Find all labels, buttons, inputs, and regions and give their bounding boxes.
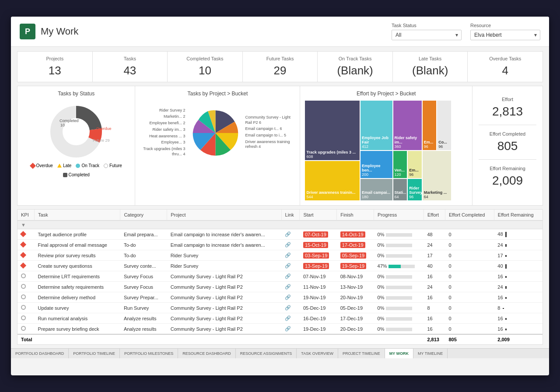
link-cell: 🔗 bbox=[281, 240, 300, 250]
effort-remaining-section: Effort Remaining 2,009 bbox=[479, 160, 536, 194]
task-cell: Determine LRT requirements bbox=[35, 271, 120, 282]
bottom-tab-7[interactable]: MY WORK bbox=[385, 349, 413, 358]
link-icon[interactable]: 🔗 bbox=[285, 242, 291, 247]
header-left: P My Work bbox=[20, 24, 78, 39]
col-task: Task bbox=[35, 210, 120, 220]
link-icon[interactable]: 🔗 bbox=[285, 263, 291, 268]
treemap-cell-12: Marketing ...64 bbox=[422, 150, 452, 201]
kpi-label-5: Late Tasks bbox=[398, 56, 462, 61]
donut-chart: Completed 10 Overdue 4 Future 29 bbox=[41, 100, 111, 161]
bottom-tab-2[interactable]: PORTFOLIO MILESTONES bbox=[120, 349, 178, 358]
start-cell: 07-Oct-19 bbox=[300, 229, 337, 240]
pie-container: Rider Survey 2Marketin... 2Employee bene… bbox=[140, 100, 295, 166]
bottom-tab-8[interactable]: MY TIMELINE bbox=[413, 349, 448, 358]
effort-completed-cell: 0 bbox=[445, 261, 494, 271]
task-cell: Update survey bbox=[35, 303, 120, 313]
project-cell: Community Survey - Light Rail P2 bbox=[167, 292, 281, 303]
category-cell: Run Survey bbox=[120, 303, 167, 313]
task-cell: Run numerical analysis bbox=[35, 313, 120, 324]
col-effort-remaining: Effort Remaining bbox=[494, 210, 542, 220]
pie-chart bbox=[189, 100, 242, 166]
task-cell: Target audience profile bbox=[35, 229, 120, 240]
effort-remaining-label: Effort Remaining bbox=[479, 166, 536, 171]
effort-remaining-cell: 16 bbox=[494, 292, 542, 303]
project-cell: Email campaign to increase rider's aware… bbox=[167, 229, 281, 240]
task-cell: Determine safety requirements bbox=[35, 282, 120, 292]
link-cell: 🔗 bbox=[281, 282, 300, 292]
progress-cell: 0% bbox=[374, 240, 424, 250]
link-icon[interactable]: 🔗 bbox=[285, 305, 291, 310]
table-header-row: KPI Task Category Project Link Start Fin… bbox=[18, 210, 542, 220]
kpi-row: Projects13Tasks43Completed Tasks10Future… bbox=[17, 51, 543, 82]
resource-select[interactable]: Elva Hebert bbox=[470, 30, 540, 40]
resource-select-wrapper[interactable]: Elva Hebert bbox=[470, 30, 540, 40]
col-category: Category bbox=[120, 210, 167, 220]
start-cell: 11-Nov-19 bbox=[300, 282, 337, 292]
col-progress: Progress bbox=[374, 210, 424, 220]
effort-completed-cell: 0 bbox=[445, 282, 494, 292]
link-cell: 🔗 bbox=[281, 303, 300, 313]
kpi-circle-icon bbox=[21, 305, 26, 310]
kpi-circle-icon bbox=[21, 326, 26, 331]
task-cell: Determine delivery method bbox=[35, 292, 120, 303]
progress-cell: 0% bbox=[374, 282, 424, 292]
project-cell: Community Survey - Light Rail P2 bbox=[167, 282, 281, 292]
effort-completed-cell: 0 bbox=[445, 240, 494, 250]
category-cell: Email prepara... bbox=[120, 229, 167, 240]
bottom-tab-6[interactable]: PROJECT TIMELINE bbox=[338, 349, 385, 358]
task-status-select-wrapper[interactable]: All bbox=[392, 30, 462, 40]
kpi-cell bbox=[18, 229, 35, 240]
link-cell: 🔗 bbox=[281, 229, 300, 240]
effort-bar-icon bbox=[505, 276, 507, 278]
task-cell: Final approval of email message bbox=[35, 240, 120, 250]
kpi-circle-icon bbox=[21, 273, 26, 278]
table-body: Target audience profileEmail prepara...E… bbox=[18, 229, 542, 335]
bottom-tab-5[interactable]: TASK OVERVIEW bbox=[297, 349, 338, 358]
bottom-tab-0[interactable]: PORTFOLIO DASHBOARD bbox=[11, 349, 69, 358]
category-cell: Analyze results bbox=[120, 313, 167, 324]
task-status-select[interactable]: All bbox=[392, 30, 462, 40]
table-row: Determine safety requirementsSurvey Focu… bbox=[18, 282, 542, 292]
link-icon[interactable]: 🔗 bbox=[285, 252, 291, 258]
task-status-label: Task Status bbox=[392, 23, 462, 28]
link-icon[interactable]: 🔗 bbox=[285, 294, 291, 300]
effort-cell: 24 bbox=[424, 240, 445, 250]
finish-cell: 17-Dec-19 bbox=[337, 313, 374, 324]
finish-cell: 08-Nov-19 bbox=[337, 271, 374, 282]
kpi-cell bbox=[18, 313, 35, 324]
resource-filter-group: Resource Elva Hebert bbox=[470, 23, 540, 40]
effort-bar-icon bbox=[505, 286, 507, 289]
table-row: Review prior survey resultsTo-doRider Su… bbox=[18, 250, 542, 261]
link-icon[interactable]: 🔗 bbox=[285, 231, 291, 237]
progress-bar bbox=[386, 328, 412, 331]
kpi-card-6: Overdue Tasks4 bbox=[468, 52, 542, 82]
totals-row: Total 2,813 805 2,009 bbox=[18, 334, 542, 344]
treemap-cell-0: Track upgrades (miles 3 ...608 bbox=[304, 100, 360, 161]
effort-completed-cell: 0 bbox=[445, 292, 494, 303]
bottom-tab-4[interactable]: RESOURCE ASSIGNMENTS bbox=[236, 349, 297, 358]
effort-bar-icon bbox=[505, 318, 507, 320]
kpi-label-3: Future Tasks bbox=[248, 56, 312, 61]
kpi-circle-icon bbox=[21, 315, 26, 320]
treemap-cell-3: Em...96 bbox=[422, 100, 437, 150]
link-icon[interactable]: 🔗 bbox=[285, 284, 291, 289]
effort-completed-cell: 0 bbox=[445, 303, 494, 313]
link-icon[interactable]: 🔗 bbox=[285, 273, 291, 279]
link-cell: 🔗 bbox=[281, 313, 300, 324]
pie-label-left: Rider safety im... 3 bbox=[140, 127, 185, 133]
bottom-tab-1[interactable]: PORTFOLIO TIMELINE bbox=[69, 349, 120, 358]
category-cell: To-do bbox=[120, 250, 167, 261]
bottom-tabs: PORTFOLIO DASHBOARDPORTFOLIO TIMELINEPOR… bbox=[11, 348, 549, 358]
kpi-cell bbox=[18, 271, 35, 282]
tasks-by-project-title: Tasks by Project > Bucket bbox=[140, 91, 295, 97]
bottom-tab-3[interactable]: RESOURCE DASHBOARD bbox=[178, 349, 236, 358]
start-cell: 19-Dec-19 bbox=[300, 324, 337, 335]
finish-cell: 13-Nov-19 bbox=[337, 282, 374, 292]
link-icon[interactable]: 🔗 bbox=[285, 326, 291, 331]
kpi-label-4: On Track Tasks bbox=[323, 56, 387, 61]
link-icon[interactable]: 🔗 bbox=[285, 315, 291, 321]
col-project: Project bbox=[167, 210, 281, 220]
table-row: Determine LRT requirementsSurvey FocusCo… bbox=[18, 271, 542, 282]
kpi-value-0: 13 bbox=[23, 64, 87, 77]
project-cell: Rider Survey bbox=[167, 250, 281, 261]
